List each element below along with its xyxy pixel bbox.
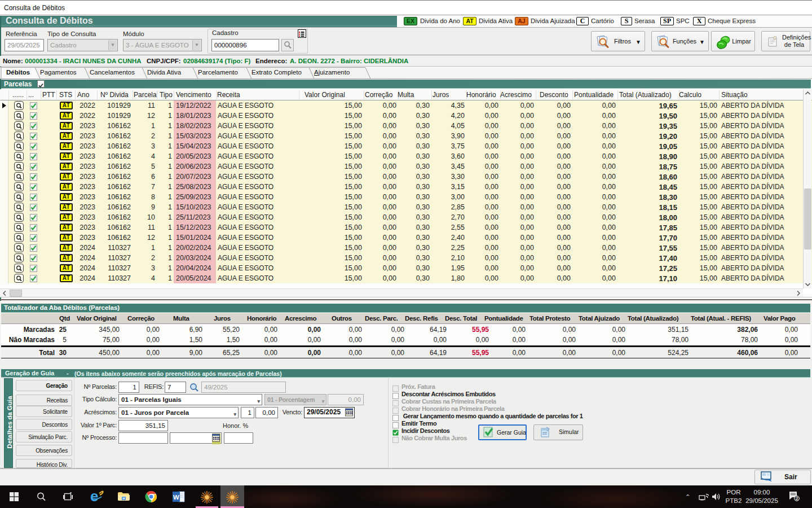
svg-text:e: e <box>90 489 98 505</box>
svg-text:W: W <box>173 494 179 501</box>
svg-text:2: 2 <box>796 496 798 501</box>
